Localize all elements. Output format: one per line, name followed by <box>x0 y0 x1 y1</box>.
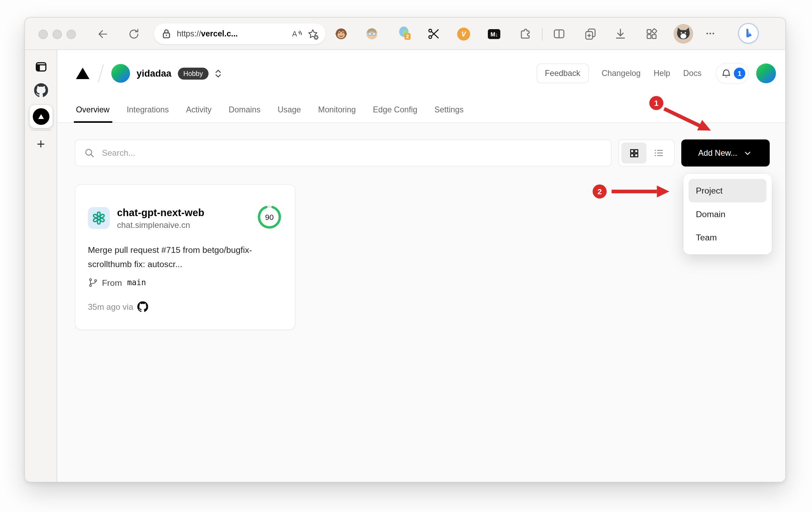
menu-item-team[interactable]: Team <box>689 226 767 249</box>
feedback-button[interactable]: Feedback <box>537 63 589 83</box>
bing-chat-icon[interactable] <box>738 23 759 44</box>
bell-icon <box>720 67 733 79</box>
commit-message: Merge pull request #715 from betgo/bugfi… <box>88 243 278 271</box>
sidebar-item-github[interactable] <box>34 83 48 97</box>
openai-logo-icon <box>91 210 107 226</box>
vercel-dashboard-page: yidadaa Hobby Feedback Changelog Help Do… <box>57 50 785 483</box>
tab-edge-config[interactable]: Edge Config <box>373 97 417 122</box>
chevron-up-down-icon <box>214 67 223 80</box>
video-downloader-extension-icon[interactable]: V <box>457 28 470 41</box>
sidebar-toggle-button[interactable] <box>34 60 47 74</box>
github-source-icon <box>137 301 148 313</box>
browser-toolbar: https://vercel.c... A 2 V M↓ <box>25 18 785 50</box>
lock-icon <box>160 27 173 41</box>
vercel-icon <box>33 108 49 125</box>
score-ring[interactable]: 90 <box>257 204 283 232</box>
menu-item-project[interactable]: Project <box>689 179 767 203</box>
search-box <box>75 139 612 167</box>
search-input[interactable] <box>101 148 603 158</box>
branch-row: From main <box>88 278 283 288</box>
add-new-button[interactable]: Add New... <box>681 139 770 167</box>
tab-monitoring[interactable]: Monitoring <box>318 97 356 122</box>
vercel-header: yidadaa Hobby Feedback Changelog Help Do… <box>57 50 785 97</box>
add-favorite-star-icon[interactable] <box>307 28 319 40</box>
help-link[interactable]: Help <box>654 69 670 78</box>
deploy-meta: 35m ago via <box>88 302 133 312</box>
window-zoom-button[interactable] <box>67 30 76 39</box>
tab-activity[interactable]: Activity <box>186 97 211 122</box>
chevron-down-icon <box>743 148 753 158</box>
breadcrumb-slash <box>98 64 104 83</box>
screen: https://vercel.c... A 2 V M↓ <box>0 0 812 512</box>
back-button[interactable] <box>96 28 109 40</box>
sidebar-add-button[interactable]: + <box>37 137 45 152</box>
projects-overview: Add New... chat-gpt-next-web ch <box>57 123 785 483</box>
project-name[interactable]: chat-gpt-next-web <box>117 206 205 219</box>
score-value: 90 <box>265 213 274 222</box>
team-avatar[interactable] <box>111 64 130 83</box>
notification-count-badge: 1 <box>733 67 746 80</box>
plan-badge: Hobby <box>178 67 208 79</box>
split-screen-icon[interactable] <box>552 27 566 41</box>
team-switcher-button[interactable] <box>214 67 223 80</box>
downloads-icon[interactable] <box>614 27 627 41</box>
list-view-icon <box>654 148 664 158</box>
user-avatar[interactable] <box>756 63 776 83</box>
tab-settings[interactable]: Settings <box>434 97 464 122</box>
tampermonkey-extension-icon[interactable] <box>335 27 348 41</box>
browser-menu-button[interactable]: ••• <box>706 30 715 36</box>
edge-app-sidebar: + <box>25 50 57 483</box>
url-text: https://vercel.c... <box>177 29 238 39</box>
back-arrow-icon <box>96 28 109 40</box>
extension-badge: 2 <box>406 33 409 39</box>
changelog-link[interactable]: Changelog <box>602 69 640 78</box>
branch-prefix: From <box>102 278 122 288</box>
vercel-logo-icon[interactable] <box>76 68 89 79</box>
tab-integrations[interactable]: Integrations <box>127 97 169 122</box>
avatar-extension-icon[interactable] <box>365 27 379 41</box>
list-view-button[interactable] <box>647 143 672 163</box>
project-domain[interactable]: chat.simplenaive.cn <box>117 221 205 230</box>
tab-domains[interactable]: Domains <box>229 97 261 122</box>
sidebar-item-vercel-active[interactable] <box>29 105 52 128</box>
read-aloud-icon[interactable]: A <box>291 28 303 40</box>
team-name: yidadaa <box>137 68 172 79</box>
view-toggle-group <box>619 139 675 167</box>
search-icon <box>84 147 95 159</box>
project-favicon <box>88 207 110 229</box>
menu-item-domain[interactable]: Domain <box>689 203 767 226</box>
refresh-icon <box>128 28 140 40</box>
browser-window: https://vercel.c... A 2 V M↓ <box>25 17 786 483</box>
github-icon <box>34 83 48 97</box>
project-card[interactable]: chat-gpt-next-web chat.simplenaive.cn 90 <box>75 184 295 330</box>
branch-name: main <box>127 278 146 287</box>
tab-manager-extension-icon[interactable]: 2 <box>398 26 412 40</box>
apps-launcher-icon[interactable] <box>645 27 658 41</box>
profile-avatar[interactable] <box>674 24 693 44</box>
toolbar-divider <box>542 28 543 41</box>
window-close-button[interactable] <box>38 30 48 39</box>
scissors-extension-icon[interactable] <box>427 27 441 41</box>
grid-view-button[interactable] <box>622 143 647 163</box>
tab-overview[interactable]: Overview <box>76 97 110 122</box>
collections-add-icon[interactable] <box>584 27 597 41</box>
add-new-dropdown-menu: Project Domain Team <box>683 174 772 255</box>
dashboard-tabs: Overview Integrations Activity Domains U… <box>57 97 785 123</box>
sidebar-divider <box>31 130 52 131</box>
grid-view-icon <box>629 148 639 158</box>
markdown-extension-icon[interactable]: M↓ <box>488 29 500 39</box>
project-title-block: chat-gpt-next-web chat.simplenaive.cn <box>117 206 205 230</box>
refresh-button[interactable] <box>128 28 140 40</box>
svg-text:A: A <box>292 30 297 38</box>
git-branch-icon <box>88 278 98 288</box>
window-minimize-button[interactable] <box>53 30 62 39</box>
extensions-puzzle-icon[interactable] <box>519 27 532 41</box>
tab-usage[interactable]: Usage <box>278 97 301 122</box>
address-bar[interactable]: https://vercel.c... A <box>154 24 326 44</box>
docs-link[interactable]: Docs <box>683 69 702 78</box>
deploy-meta-row: 35m ago via <box>88 301 283 313</box>
notifications-button[interactable]: 1 <box>716 63 749 84</box>
